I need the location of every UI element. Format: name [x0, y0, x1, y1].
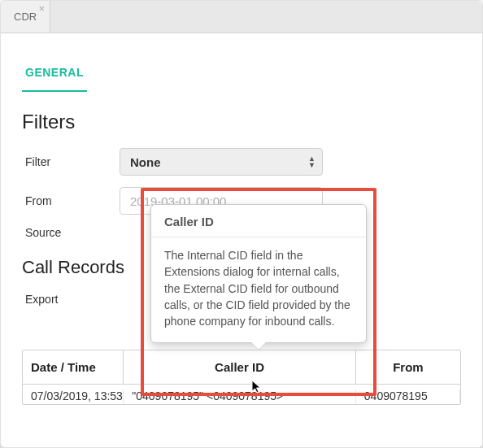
tooltip-callerid: Caller ID The Internal CID field in the … — [150, 204, 367, 343]
tab-cdr[interactable]: CDR × — [1, 1, 50, 33]
tab-label: CDR — [14, 11, 37, 23]
from-label: From — [22, 194, 120, 207]
col-header-datetime[interactable]: Date / Time — [23, 350, 124, 384]
col-header-from[interactable]: From — [356, 350, 460, 384]
close-icon[interactable]: × — [39, 3, 46, 14]
tab-general[interactable]: GENERAL — [22, 56, 87, 92]
chevron-updown-icon: ▲▼ — [308, 155, 315, 168]
filters-heading: Filters — [22, 111, 461, 133]
inner-tabs: GENERAL — [22, 56, 461, 93]
table-row[interactable]: 07/03/2019, 13:53 "0409078195" <04090781… — [23, 385, 460, 404]
tooltip-body: The Internal CID field in the Extensions… — [151, 237, 366, 342]
cell-callerid: "0409078195" <0409078195> — [124, 389, 356, 404]
source-label: Source — [22, 226, 120, 239]
tab-bar: CDR × — [1, 1, 482, 33]
export-label: Export — [22, 293, 120, 306]
filter-select-value: None — [130, 155, 161, 169]
table-header: Date / Time Caller ID From — [23, 350, 460, 385]
filter-label: Filter — [22, 155, 120, 168]
col-header-callerid[interactable]: Caller ID — [124, 350, 356, 384]
cell-from: 0409078195 — [356, 389, 460, 404]
tooltip-title: Caller ID — [151, 205, 366, 237]
cell-datetime: 07/03/2019, 13:53 — [23, 389, 124, 404]
filter-select[interactable]: None ▲▼ — [120, 148, 323, 176]
records-table: Date / Time Caller ID From 07/03/2019, 1… — [22, 350, 461, 405]
